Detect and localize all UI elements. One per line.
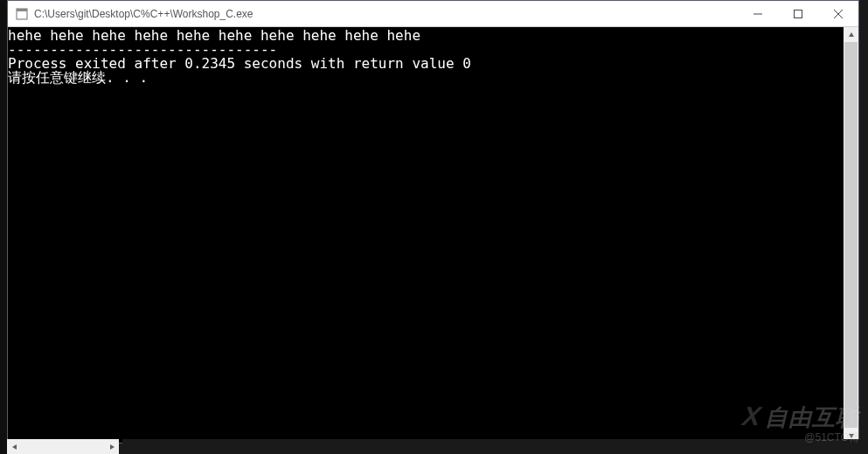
console-window: C:\Users\git\Desktop\C%C++\Workshop_C.ex… xyxy=(7,0,859,444)
maximize-button[interactable] xyxy=(778,1,818,26)
horizontal-scrollbar[interactable] xyxy=(7,439,119,454)
app-icon xyxy=(15,7,29,21)
console-output: hehe hehe hehe hehe hehe hehe hehe hehe … xyxy=(8,27,858,85)
window-controls xyxy=(738,1,858,26)
background-code-strip xyxy=(122,439,865,454)
scroll-track[interactable] xyxy=(844,42,858,428)
hscroll-track[interactable] xyxy=(22,439,104,454)
console-body[interactable]: hehe hehe hehe hehe hehe hehe hehe hehe … xyxy=(8,27,858,443)
scroll-left-button[interactable] xyxy=(7,439,22,454)
scroll-thumb[interactable] xyxy=(844,42,858,428)
vertical-scrollbar[interactable] xyxy=(844,27,858,443)
background-editor-sliver xyxy=(0,0,7,454)
svg-rect-1 xyxy=(17,9,27,11)
titlebar[interactable]: C:\Users\git\Desktop\C%C++\Workshop_C.ex… xyxy=(8,1,858,27)
minimize-button[interactable] xyxy=(738,1,778,26)
output-line: 请按任意键继续. . . xyxy=(8,69,148,86)
scroll-up-button[interactable] xyxy=(844,27,858,42)
svg-marker-9 xyxy=(110,444,115,450)
svg-marker-7 xyxy=(849,434,854,438)
window-title: C:\Users\git\Desktop\C%C++\Workshop_C.ex… xyxy=(34,8,738,20)
svg-rect-3 xyxy=(795,10,802,17)
close-button[interactable] xyxy=(818,1,858,26)
svg-marker-6 xyxy=(849,32,854,37)
svg-marker-8 xyxy=(12,444,17,450)
scroll-right-button[interactable] xyxy=(104,439,119,454)
